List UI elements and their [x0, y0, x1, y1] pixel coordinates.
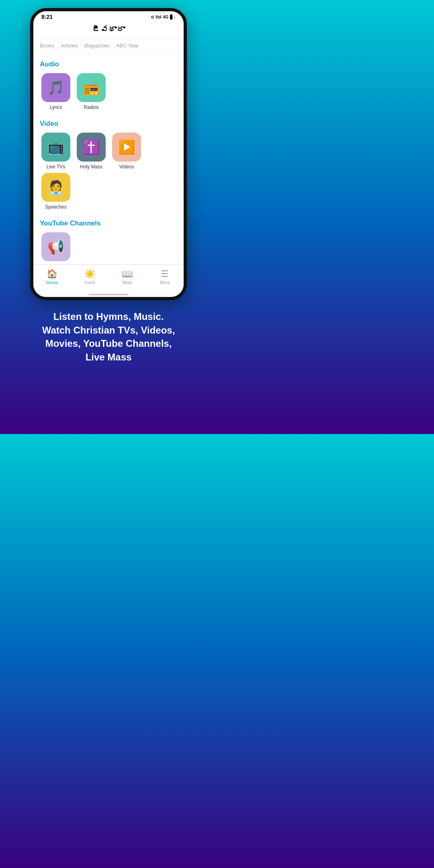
- nav-feed[interactable]: ☀️ Feed: [71, 269, 109, 285]
- vol-icon: Vol: [156, 15, 162, 19]
- holy-mass-label: Holy Mass: [80, 164, 102, 170]
- nav-more[interactable]: ☰ More: [146, 269, 184, 285]
- home-nav-label: Home: [46, 280, 58, 285]
- speeches-icon: 🧑‍💼: [47, 179, 64, 195]
- youtube-item[interactable]: 📢 YouTube: [40, 232, 72, 264]
- holy-mass-icon: ✝️: [83, 139, 100, 155]
- videos-icon-wrapper: ▶️: [112, 133, 141, 162]
- status-time: 8:21: [41, 14, 53, 20]
- youtube-label: YouTube: [46, 264, 65, 264]
- bible-icon: 📖: [122, 269, 133, 279]
- lyrics-item[interactable]: 🎵 Lyrics: [40, 73, 72, 110]
- live-tvs-icon-wrapper: 📺: [41, 133, 70, 162]
- lyrics-label: Lyrics: [50, 104, 62, 110]
- holy-mass-icon-wrapper: ✝️: [77, 133, 106, 162]
- video-section: Video 📺 Live TVs ✝️ Holy Mass ▶️: [33, 113, 184, 213]
- audio-items-grid: 🎵 Lyrics 📻 Radios: [40, 73, 177, 110]
- live-tvs-item[interactable]: 📺 Live TVs: [40, 133, 72, 170]
- phone-frame: 8:21 ⊙ Vol 4G ▊○ జీవధారా Books Articles …: [30, 8, 187, 300]
- promo-area: Listen to Hymns, Music. Watch Christian …: [30, 300, 187, 372]
- more-nav-label: More: [160, 280, 170, 285]
- bottom-nav: 🏠 Home ☀️ Feed 📖 Bible ☰ More: [33, 264, 184, 291]
- status-icons: ⊙ Vol 4G ▊○: [151, 15, 176, 19]
- more-icon: ☰: [161, 269, 169, 279]
- youtube-icon-wrapper: 📢: [41, 232, 70, 261]
- app-title: జీవధారా: [92, 25, 125, 34]
- radios-icon: 📻: [83, 80, 100, 96]
- video-items-grid: 📺 Live TVs ✝️ Holy Mass ▶️ Videos: [40, 133, 177, 210]
- battery-icon: ▊○: [170, 15, 176, 19]
- nav-bible[interactable]: 📖 Bible: [108, 269, 146, 285]
- videos-label: Videos: [119, 164, 134, 170]
- top-tabs: Books Articles Magazines ABC Year: [33, 39, 184, 54]
- lyrics-icon-wrapper: 🎵: [41, 73, 70, 102]
- audio-section-title: Audio: [40, 60, 177, 68]
- speeches-icon-wrapper: 🧑‍💼: [41, 173, 70, 202]
- signal-icon: ⊙: [151, 15, 154, 19]
- holy-mass-item[interactable]: ✝️ Holy Mass: [75, 133, 107, 170]
- tab-articles[interactable]: Articles: [61, 43, 78, 50]
- live-tvs-label: Live TVs: [47, 164, 65, 170]
- lyrics-icon: 🎵: [47, 80, 64, 96]
- home-indicator: [88, 294, 129, 295]
- bible-nav-label: Bible: [123, 280, 132, 285]
- youtube-items-grid: 📢 YouTube: [40, 232, 177, 264]
- videos-icon: ▶️: [118, 139, 135, 155]
- youtube-channels-section: YouTube Channels 📢 YouTube: [33, 213, 184, 264]
- feed-nav-label: Feed: [85, 280, 95, 285]
- video-section-title: Video: [40, 120, 177, 128]
- tab-books[interactable]: Books: [40, 43, 54, 50]
- radios-icon-wrapper: 📻: [77, 73, 106, 102]
- promo-text: Listen to Hymns, Music. Watch Christian …: [38, 310, 179, 364]
- feed-icon: ☀️: [84, 269, 95, 279]
- network-icon: 4G: [163, 15, 168, 19]
- live-tvs-icon: 📺: [47, 139, 64, 155]
- status-bar: 8:21 ⊙ Vol 4G ▊○: [33, 11, 184, 22]
- speeches-label: Speeches: [45, 204, 66, 210]
- speeches-item[interactable]: 🧑‍💼 Speeches: [40, 173, 72, 210]
- audio-section: Audio 🎵 Lyrics 📻 Radios: [33, 54, 184, 113]
- nav-home[interactable]: 🏠 Home: [33, 269, 71, 285]
- tab-abc-year[interactable]: ABC Year: [116, 43, 139, 50]
- youtube-icon: 📢: [47, 239, 64, 255]
- scroll-area: Books Articles Magazines ABC Year Audio …: [33, 39, 184, 264]
- radios-label: Radios: [84, 104, 98, 110]
- youtube-channels-section-title: YouTube Channels: [40, 219, 177, 227]
- videos-item[interactable]: ▶️ Videos: [111, 133, 143, 170]
- home-icon: 🏠: [47, 269, 57, 279]
- app-header: జీవధారా: [33, 22, 184, 39]
- radios-item[interactable]: 📻 Radios: [75, 73, 107, 110]
- tab-magazines[interactable]: Magazines: [84, 43, 110, 50]
